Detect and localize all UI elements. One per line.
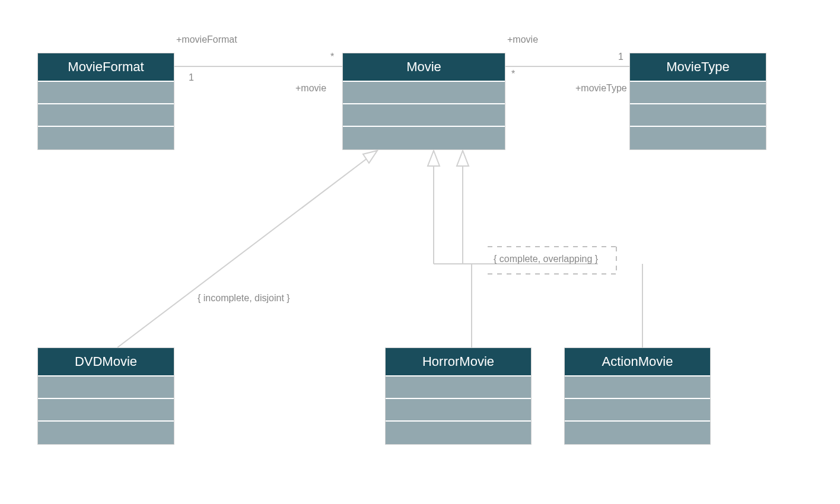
class-movieformat-row3 xyxy=(38,127,174,149)
class-movietype-title: MovieType xyxy=(630,53,766,82)
class-movietype-row3 xyxy=(630,127,766,149)
gen-arrow-action xyxy=(457,151,469,166)
class-horrormovie-row1 xyxy=(386,377,531,399)
role-movieformat: +movieFormat xyxy=(176,34,237,45)
gen-arrow-horror xyxy=(428,151,440,166)
class-movie-row3 xyxy=(343,127,505,149)
mult-movieformat-side: 1 xyxy=(189,72,194,83)
constraint-type-gen: { complete, overlapping } xyxy=(494,254,598,264)
class-movie-row2 xyxy=(343,104,505,127)
class-movieformat-row1 xyxy=(38,82,174,104)
class-horrormovie-row3 xyxy=(386,422,531,444)
class-actionmovie-row2 xyxy=(565,399,710,422)
class-actionmovie: ActionMovie xyxy=(564,347,711,445)
class-movie-title: Movie xyxy=(343,53,505,82)
class-horrormovie: HorrorMovie xyxy=(385,347,532,445)
constraint-format-gen: { incomplete, disjoint } xyxy=(198,293,290,304)
mult-movie-leftside: * xyxy=(330,52,334,62)
class-dvdmovie-row1 xyxy=(38,377,174,399)
gen-arrow-dvdmovie xyxy=(363,151,377,163)
class-movie-row1 xyxy=(343,82,505,104)
class-movieformat-title: MovieFormat xyxy=(38,53,174,82)
class-actionmovie-row3 xyxy=(565,422,710,444)
class-dvdmovie-row3 xyxy=(38,422,174,444)
class-actionmovie-row1 xyxy=(565,377,710,399)
role-movie-left: +movie xyxy=(295,83,326,94)
role-movietype: +movieType xyxy=(575,83,627,94)
role-movie-right: +movie xyxy=(507,34,538,45)
class-movieformat: MovieFormat xyxy=(37,53,174,150)
class-actionmovie-title: ActionMovie xyxy=(565,348,710,377)
class-movieformat-row2 xyxy=(38,104,174,127)
gen-dvdmovie-movie xyxy=(117,157,370,347)
class-dvdmovie-title: DVDMovie xyxy=(38,348,174,377)
class-movietype: MovieType xyxy=(629,53,766,150)
mult-movie-rightside: * xyxy=(511,69,515,79)
class-movietype-row2 xyxy=(630,104,766,127)
class-dvdmovie-row2 xyxy=(38,399,174,422)
class-movietype-row1 xyxy=(630,82,766,104)
class-horrormovie-title: HorrorMovie xyxy=(386,348,531,377)
class-horrormovie-row2 xyxy=(386,399,531,422)
mult-movietype-side: 1 xyxy=(618,52,623,62)
class-movie: Movie xyxy=(342,53,505,150)
class-dvdmovie: DVDMovie xyxy=(37,347,174,445)
